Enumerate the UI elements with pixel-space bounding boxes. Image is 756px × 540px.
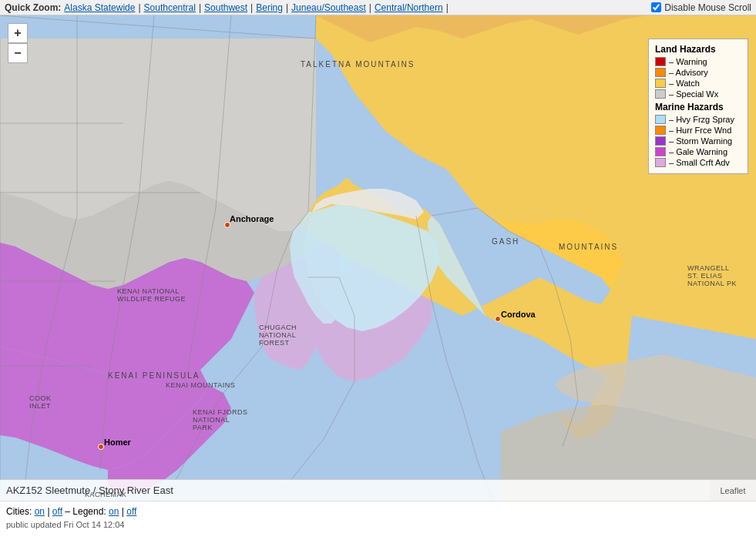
cities-off-link[interactable]: off (52, 506, 62, 517)
watch-label: – Watch (669, 79, 700, 88)
legend-item-storm: – Storm Warning (655, 136, 741, 146)
zoom-label: Quick Zoom: (5, 2, 61, 13)
bottom-bar: Cities: on | off – Legend: on | off publ… (0, 501, 756, 540)
storm-color (655, 136, 666, 146)
legend-item-special: – Special Wx (655, 89, 741, 99)
cities-label: Cities: (6, 506, 32, 517)
cities-line: Cities: on | off – Legend: on | off (6, 506, 750, 517)
hurr-label: – Hurr Frce Wnd (669, 126, 731, 135)
special-color (655, 89, 666, 99)
map-svg (0, 15, 756, 501)
link-alaska-statewide[interactable]: Alaska Statewide (64, 2, 135, 13)
gale-color (655, 147, 666, 156)
hvy-frzg-label: – Hvy Frzg Spray (669, 115, 734, 124)
status-bar: AKZ152 Sleetmute / Stony River East (0, 479, 710, 501)
zoom-controls: + − (8, 23, 28, 63)
legend-item-warning: – Warning (655, 57, 741, 66)
map-container[interactable]: + − Land Hazards – Warning – Advisory – … (0, 15, 756, 501)
anchorage-dot (224, 222, 230, 228)
link-southwest[interactable]: Southwest (204, 2, 247, 13)
cities-on-link[interactable]: on (35, 506, 45, 517)
legend-item-hurr: – Hurr Frce Wnd (655, 126, 741, 135)
storm-label: – Storm Warning (669, 136, 732, 146)
advisory-color (655, 68, 666, 77)
warning-color (655, 57, 666, 66)
homer-dot (98, 444, 104, 450)
legend-on-link[interactable]: on (109, 506, 119, 517)
leaflet-label: Leaflet (720, 486, 745, 495)
legend-item-small-craft: – Small Crft Adv (655, 158, 741, 167)
warning-label: – Warning (669, 57, 707, 66)
top-bar: Quick Zoom: Alaska Statewide | Southcent… (0, 0, 756, 15)
disable-scroll-label-text: Disable Mouse Scroll (664, 2, 751, 13)
zoom-in-button[interactable]: + (8, 23, 28, 43)
zone-text: AKZ152 Sleetmute / Stony River East (6, 485, 173, 496)
zoom-out-button[interactable]: − (8, 43, 28, 63)
advisory-label: – Advisory (669, 68, 708, 77)
legend-off-link[interactable]: off (126, 506, 136, 517)
legend-item-gale: – Gale Warning (655, 147, 741, 156)
legend-item-advisory: – Advisory (655, 68, 741, 77)
disable-scroll-checkbox[interactable] (651, 2, 661, 12)
small-craft-color (655, 158, 666, 167)
leaflet-credit[interactable]: Leaflet (710, 479, 756, 501)
link-juneau-southeast[interactable]: Juneau/Southeast (291, 2, 366, 13)
watch-color (655, 79, 666, 88)
link-central-northern[interactable]: Central/Northern (375, 2, 443, 13)
link-bering[interactable]: Bering (256, 2, 283, 13)
public-updated: public updated Fri Oct 14 12:04 (6, 520, 750, 529)
legend: Land Hazards – Warning – Advisory – Watc… (648, 39, 748, 174)
marine-hazards-title: Marine Hazards (655, 102, 741, 112)
small-craft-label: – Small Crft Adv (669, 158, 730, 167)
legend-label: Legend: (72, 506, 106, 517)
link-southcentral[interactable]: Southcentral (144, 2, 196, 13)
cordova-dot (495, 316, 501, 322)
hvy-frzg-color (655, 115, 666, 124)
special-label: – Special Wx (669, 89, 718, 99)
land-hazards-title: Land Hazards (655, 44, 741, 55)
hurr-color (655, 126, 666, 135)
legend-item-hvy-frzg: – Hvy Frzg Spray (655, 115, 741, 124)
legend-item-watch: – Watch (655, 79, 741, 88)
gale-label: – Gale Warning (669, 147, 727, 156)
disable-scroll-container: Disable Mouse Scroll (651, 2, 751, 13)
